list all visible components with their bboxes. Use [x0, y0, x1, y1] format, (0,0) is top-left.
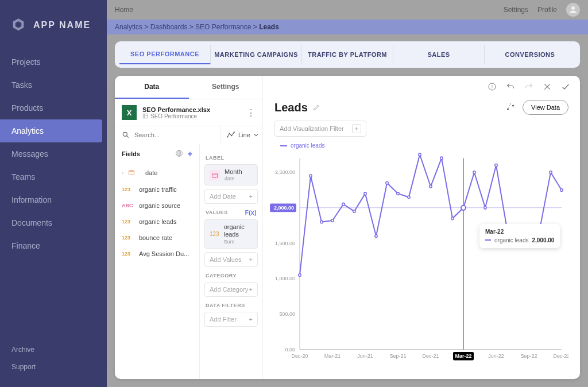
- config-category-title: CATEGORY: [206, 273, 257, 278]
- field-date[interactable]: ›date: [115, 164, 199, 181]
- data-panel: DataSettings X SEO Performance.xlsx SEO …: [115, 76, 263, 379]
- svg-text:Sep-21: Sep-21: [390, 353, 407, 359]
- svg-text:500.00: 500.00: [280, 311, 295, 317]
- logo-icon: [10, 17, 26, 33]
- svg-point-68: [550, 171, 552, 174]
- svg-point-55: [408, 196, 410, 199]
- add-field-icon[interactable]: +: [188, 149, 192, 158]
- panel-tab-data[interactable]: Data: [115, 76, 189, 99]
- profile-link[interactable]: Profile: [537, 6, 557, 14]
- svg-point-49: [342, 203, 345, 206]
- svg-point-22: [512, 105, 514, 107]
- fields-list: ›date123organic trafficABCorganic source…: [115, 164, 200, 379]
- svg-point-56: [419, 153, 421, 156]
- config-values-title: VALUESF(x): [206, 210, 257, 216]
- config-col: Month date Add Date+ VALUESF(x) 123 orga…: [200, 164, 262, 379]
- svg-point-50: [353, 210, 355, 213]
- field-organic-source[interactable]: ABCorganic source: [115, 198, 199, 214]
- number-icon: 123: [210, 229, 219, 239]
- chart-area: ? Leads View Data Add Visua: [263, 76, 580, 379]
- sidebar-item-support[interactable]: Support: [0, 358, 107, 376]
- avatar[interactable]: [566, 3, 580, 17]
- svg-point-63: [495, 164, 497, 167]
- field-organic-traffic[interactable]: 123organic traffic: [115, 181, 199, 198]
- help-icon[interactable]: ?: [487, 82, 497, 92]
- panel-tabs: DataSettings: [115, 76, 262, 99]
- sidebar-item-teams[interactable]: Teams: [0, 165, 107, 188]
- sidebar-item-finance[interactable]: Finance: [0, 234, 107, 257]
- globe-icon[interactable]: [175, 149, 183, 157]
- search-area: [115, 126, 221, 144]
- sidebar-item-products[interactable]: Products: [0, 96, 107, 119]
- breadcrumb-home[interactable]: Home: [115, 6, 133, 14]
- file-sheet: SEO Performance: [142, 113, 210, 119]
- svg-point-0: [571, 6, 575, 10]
- tab-traffic-by-platform[interactable]: TRAFFIC BY PLATFORM: [302, 45, 393, 64]
- chart-canvas[interactable]: 0.00500.001,000.001,500.002,000.002,500.…: [270, 152, 568, 367]
- workspace: DataSettings X SEO Performance.xlsx SEO …: [115, 76, 580, 379]
- svg-point-54: [397, 192, 399, 195]
- svg-point-59: [451, 217, 454, 220]
- sidebar-item-documents[interactable]: Documents: [0, 211, 107, 234]
- field-bounce-rate[interactable]: 123bounce rate: [115, 230, 199, 246]
- settings-link[interactable]: Settings: [504, 6, 528, 14]
- line-chart-icon: [227, 131, 235, 138]
- svg-point-4: [123, 132, 127, 136]
- svg-text:2,000.00: 2,000.00: [274, 205, 294, 211]
- svg-point-7: [229, 133, 230, 134]
- add-filter-button[interactable]: Add Filter+: [204, 312, 258, 327]
- trend-icon[interactable]: [505, 102, 516, 113]
- svg-point-8: [231, 135, 232, 136]
- app-name: APP NAME: [33, 20, 91, 30]
- file-more-icon[interactable]: ⋮: [246, 107, 256, 118]
- add-date-button[interactable]: Add Date+: [204, 189, 258, 204]
- svg-point-58: [440, 157, 443, 160]
- label-field-box[interactable]: Month date: [204, 164, 258, 185]
- svg-point-53: [386, 181, 388, 184]
- svg-point-9: [234, 131, 235, 133]
- nav-bottom: ArchiveSupport: [0, 341, 107, 387]
- chart-type-selector[interactable]: Line: [221, 126, 264, 144]
- tab-conversions[interactable]: CONVERSIONS: [485, 45, 575, 64]
- breadcrumb-path[interactable]: Analytics > Dashboards > SEO Performance…: [115, 23, 259, 31]
- add-category-button[interactable]: Add Category+: [204, 282, 258, 297]
- sidebar-item-messages[interactable]: Messages: [0, 142, 107, 165]
- svg-text:Sep-22: Sep-22: [521, 353, 537, 359]
- sidebar-item-archive[interactable]: Archive: [0, 341, 107, 358]
- sheet-icon: [142, 113, 148, 119]
- sidebar-item-analytics[interactable]: Analytics: [0, 119, 102, 142]
- tab-sales[interactable]: SALES: [393, 45, 485, 64]
- confirm-icon[interactable]: [560, 82, 571, 92]
- topbar: Home Settings Profile: [107, 0, 588, 20]
- sidebar-item-information[interactable]: Information: [0, 188, 107, 211]
- edit-title-icon[interactable]: [312, 103, 320, 111]
- sidebar-item-projects[interactable]: Projects: [0, 51, 107, 73]
- field-organic-leads[interactable]: 123organic leads: [115, 214, 199, 230]
- svg-text:2,500.00: 2,500.00: [275, 169, 295, 175]
- add-viz-filter[interactable]: Add Visualization Filter +: [274, 121, 366, 137]
- dashboard-tabs: SEO PERFORMANCEMARKETING CAMPAIGNSTRAFFI…: [115, 41, 580, 68]
- svg-text:Jun-21: Jun-21: [357, 353, 373, 359]
- svg-point-51: [364, 192, 366, 195]
- close-icon[interactable]: [542, 82, 552, 92]
- undo-icon[interactable]: [505, 82, 516, 92]
- plus-icon: +: [352, 124, 361, 133]
- tab-marketing-campaigns[interactable]: MARKETING CAMPAIGNS: [211, 45, 302, 64]
- sidebar-item-tasks[interactable]: Tasks: [0, 73, 107, 96]
- redo-icon[interactable]: [524, 82, 534, 92]
- search-input[interactable]: [134, 131, 214, 138]
- svg-text:0.00: 0.00: [285, 347, 295, 353]
- svg-rect-13: [129, 171, 134, 175]
- fx-button[interactable]: F(x): [245, 210, 257, 216]
- svg-point-69: [560, 189, 563, 192]
- main: Home Settings Profile Analytics > Dashbo…: [107, 0, 588, 387]
- tab-seo-performance[interactable]: SEO PERFORMANCE: [119, 45, 211, 64]
- fields-header: Fields +: [115, 144, 200, 164]
- view-data-button[interactable]: View Data: [523, 100, 568, 115]
- field-avg-session-du-[interactable]: 123Avg Session Du...: [115, 246, 199, 262]
- add-values-button[interactable]: Add Values+: [204, 252, 258, 267]
- breadcrumb: Analytics > Dashboards > SEO Performance…: [107, 20, 588, 34]
- svg-point-6: [227, 136, 228, 137]
- panel-tab-settings[interactable]: Settings: [189, 76, 263, 99]
- values-field-box[interactable]: 123 organic leads Sum: [204, 219, 258, 248]
